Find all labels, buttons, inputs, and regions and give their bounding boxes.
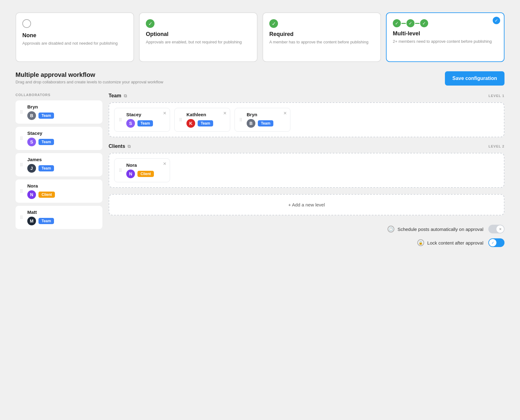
collab-info-james: James J Team [27,157,54,173]
list-item: ⠿ James J Team [16,153,102,176]
level-2-section: Clients ⧉ LEVEL 2 ⠿ Nora N Client [109,144,504,188]
none-title: None [22,32,127,39]
remove-button[interactable]: ✕ [283,111,287,116]
collab-name: Kathleen [186,112,213,117]
tag-team: Team [137,120,153,126]
collab-info-bryn: Bryn B Team [27,104,54,120]
tag-client: Client [38,192,55,198]
level-2-name: Clients ⧉ [109,144,131,149]
approval-card-optional[interactable]: ✓ Optional Approvals are enabled, but no… [139,12,258,62]
level-1-dropzone[interactable]: ⠿ Stacey S Team ✕ ⠿ [109,102,504,137]
collab-row-nora: N Client [27,190,55,199]
avatar: B [27,111,36,120]
avatar: N [126,170,135,178]
optional-icon: ✓ [146,19,251,28]
collab-name: Bryn [247,112,273,117]
remove-button[interactable]: ✕ [223,111,227,116]
level-1-name: Team ⧉ [109,93,127,99]
toggle-knob: ✓ [489,239,496,246]
drag-handle-icon[interactable]: ⠿ [20,189,23,194]
list-item: ⠿ Stacey S Team [16,127,102,150]
collab-info-nora: Nora N Client [27,183,55,199]
tag-team: Team [38,139,54,145]
remove-button[interactable]: ✕ [163,111,167,116]
levels-panel: Team ⧉ LEVEL 1 ⠿ Stacey S Team [109,93,504,250]
lock-toggle-label: 🔒 Lock content after approval [417,239,483,246]
avatar: S [126,119,135,128]
none-desc: Approvals are disabled and not needed fo… [22,41,127,46]
multilevel-icon: ✓ ✓ ✓ [393,19,498,27]
required-icon: ✓ [269,19,374,28]
lock-toggle[interactable]: ✓ [488,238,504,247]
tag-client: Client [137,171,154,177]
level-member-card: ⠿ Bryn B Team ✕ [235,108,290,132]
approval-card-required[interactable]: ✓ Required A member has to approve the c… [262,12,381,62]
collab-name-james: James [27,157,54,162]
main-container: None Approvals are disabled and not need… [6,6,514,256]
drag-handle-icon[interactable]: ⠿ [20,162,23,167]
copy-icon[interactable]: ⧉ [128,144,131,149]
drag-handle-icon[interactable]: ⠿ [119,117,122,122]
drag-handle-icon[interactable]: ⠿ [119,168,122,173]
optional-desc: Approvals are enabled, but not required … [146,39,251,45]
collab-row-stacey: S Team [27,138,54,146]
collab-name: Stacey [126,112,153,117]
list-item: ⠿ Bryn B Team [16,100,102,124]
tag-team: Team [198,120,213,126]
collab-row-bryn: B Team [27,111,54,120]
collaborators-label: COLLABORATORS [16,93,102,97]
collab-name-bryn: Bryn [27,104,54,109]
list-item: ⠿ Nora N Client [16,179,102,203]
level-2-dropzone[interactable]: ⠿ Nora N Client ✕ [109,153,504,188]
level-2-header: Clients ⧉ LEVEL 2 [109,144,504,149]
collab-info-stacey: Stacey S Team [27,130,54,146]
selected-check-icon: ✓ [493,17,500,24]
workflow-header: Multiple approval workflow Drag and drop… [16,71,504,86]
required-title: Required [269,31,374,38]
tag-team: Team [38,218,54,224]
drag-handle-icon[interactable]: ⠿ [20,110,23,115]
collab-name: Nora [126,162,154,168]
level-2-badge: LEVEL 2 [489,144,504,148]
approval-card-none[interactable]: None Approvals are disabled and not need… [16,12,134,62]
level-1-header: Team ⧉ LEVEL 1 [109,93,504,99]
save-configuration-button[interactable]: Save configuration [445,71,504,86]
clock-icon: 🕐 [388,226,394,232]
avatar: K [186,119,195,128]
tag-team: Team [38,165,54,171]
schedule-toggle[interactable]: ✕ [488,225,504,233]
schedule-toggle-label: 🕐 Schedule posts automatically on approv… [388,226,483,232]
level-1-badge: LEVEL 1 [489,94,504,98]
collaborators-panel: COLLABORATORS ⠿ Bryn B Team ⠿ Stacey [16,93,102,250]
toggle-row-lock: 🔒 Lock content after approval ✓ [109,238,504,247]
workflow-title: Multiple approval workflow [16,71,163,78]
collab-name-nora: Nora [27,183,55,188]
level-member-card: ⠿ Nora N Client ✕ [114,158,170,182]
drag-handle-icon[interactable]: ⠿ [179,117,182,122]
collab-name-matt: Matt [27,210,54,215]
approval-cards-row: None Approvals are disabled and not need… [16,12,504,62]
collab-row-matt: M Team [27,217,54,225]
toggle-row-schedule: 🕐 Schedule posts automatically on approv… [109,225,504,233]
level-member-card: ⠿ Stacey S Team ✕ [114,108,170,132]
avatar: B [247,119,255,128]
multilevel-desc: 2+ members need to approve content befor… [393,39,498,44]
lock-icon: 🔒 [417,239,424,246]
drag-handle-icon[interactable]: ⠿ [20,215,23,220]
collab-info-matt: Matt M Team [27,210,54,225]
toggle-knob: ✕ [496,225,504,233]
copy-icon[interactable]: ⧉ [124,93,127,99]
drag-handle-icon[interactable]: ⠿ [239,117,242,122]
toggles-section: 🕐 Schedule posts automatically on approv… [109,222,504,250]
drag-handle-icon[interactable]: ⠿ [20,136,23,141]
avatar: S [27,138,36,146]
workflow-subtitle: Drag and drop collaborators and create l… [16,80,163,84]
content-area: COLLABORATORS ⠿ Bryn B Team ⠿ Stacey [16,93,504,250]
remove-button[interactable]: ✕ [163,161,167,166]
multilevel-title: Multi-level [393,30,498,37]
add-level-button[interactable]: + Add a new level [109,194,504,215]
approval-card-multilevel[interactable]: ✓ ✓ ✓ ✓ Multi-level 2+ members need to a… [386,12,504,62]
optional-title: Optional [146,31,251,38]
avatar: M [27,217,36,225]
tag-team: Team [258,120,273,126]
